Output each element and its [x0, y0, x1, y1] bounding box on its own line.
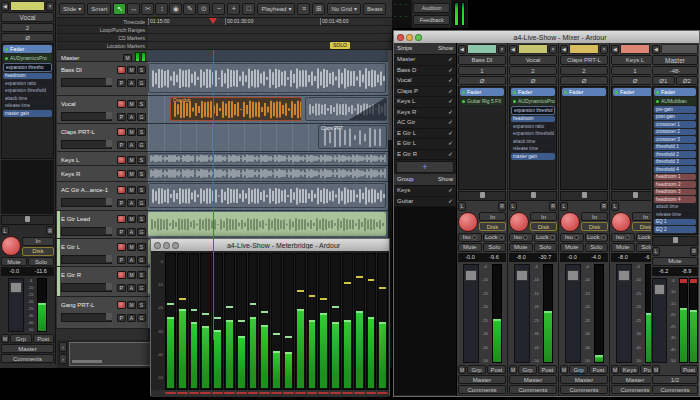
pan-slider[interactable]: [652, 236, 698, 246]
pan-thumb[interactable]: [673, 237, 678, 243]
input-monitor-button[interactable]: In: [581, 212, 608, 221]
solo-marker[interactable]: SOLO: [330, 42, 350, 49]
solo-button[interactable]: Solo: [534, 243, 558, 252]
close-icon[interactable]: ×: [600, 45, 608, 54]
canvas-lane-vocal[interactable]: Overdub: [148, 96, 388, 124]
plugin-param[interactable]: threshold 4: [654, 166, 696, 173]
audition-tool-button[interactable]: ◉: [169, 3, 182, 15]
gain-fader[interactable]: [565, 264, 581, 364]
marker-tool-button[interactable]: ≡: [297, 3, 310, 15]
phase-1-button[interactable]: Ø1: [652, 76, 675, 85]
plugin-param[interactable]: attack time: [511, 138, 555, 145]
comments-button[interactable]: Comments: [652, 385, 698, 394]
metering-point-button[interactable]: Post: [640, 365, 651, 374]
zoom-window-icon[interactable]: [172, 242, 179, 249]
mute-button[interactable]: Mute: [1, 257, 27, 266]
playlist-button[interactable]: P: [117, 141, 126, 149]
plugin-param[interactable]: master gain: [3, 110, 52, 117]
audio-region[interactable]: [305, 97, 387, 121]
record-enable-button[interactable]: [1, 236, 21, 256]
pan-left-button[interactable]: L: [560, 202, 568, 211]
mono-button[interactable]: M: [458, 365, 466, 374]
canvas-lane-keys-l[interactable]: [148, 152, 388, 166]
processor-fader[interactable]: Fader: [613, 88, 651, 96]
grab-tool-button[interactable]: ↖: [113, 3, 126, 15]
group-button[interactable]: G: [137, 79, 146, 87]
track-header-master[interactable]: MasterM: [57, 50, 148, 62]
processor-box[interactable]: Fader: [611, 86, 651, 190]
solo-isolate-button[interactable]: Iso: [560, 233, 584, 242]
plugin-param[interactable]: headroom: [3, 73, 52, 80]
feedback-button[interactable]: Feedback: [413, 15, 450, 25]
mixer-strip-vocal[interactable]: ◀×Vocal2ØFaderAUDynamicsProexpansion thr…: [508, 43, 559, 395]
fader-thumb[interactable]: [465, 270, 477, 281]
processor-plugin[interactable]: Guitar Rig 5 FX: [460, 97, 504, 105]
strip-name-button[interactable]: Bass DI: [458, 55, 506, 65]
hide-strip-button[interactable]: ◀: [509, 45, 517, 54]
mute-button[interactable]: Mute: [458, 243, 482, 252]
record-enable-button[interactable]: [509, 212, 529, 232]
strip-list-item-bass-d[interactable]: Bass D✓: [394, 66, 456, 77]
strip-name-button[interactable]: Keys L: [611, 55, 651, 65]
group-button[interactable]: Grp: [467, 365, 486, 374]
solo-button[interactable]: S: [137, 271, 146, 279]
plugin-param[interactable]: headroom: [511, 116, 555, 123]
playlist-button[interactable]: P: [117, 228, 126, 236]
ruler-row-timecode[interactable]: Timecode01:15:0000:01:30:0000:01:45:00: [57, 18, 392, 26]
audio-region[interactable]: Claps PRT: [318, 125, 387, 149]
record-enable-button[interactable]: [117, 156, 126, 164]
processor-fader[interactable]: Fader: [3, 45, 52, 53]
disk-monitor-button[interactable]: Disk: [479, 222, 506, 231]
pan-right-button[interactable]: R: [600, 202, 608, 211]
strip-list-item-master[interactable]: Master✓: [394, 55, 456, 66]
solo-lock-button[interactable]: Lock: [483, 233, 507, 242]
plugin-param[interactable]: release time: [511, 146, 555, 153]
mute-button[interactable]: M: [127, 271, 136, 279]
strip-visible-check[interactable]: ✓: [448, 118, 453, 128]
pan-slider[interactable]: [458, 191, 506, 201]
solo-button[interactable]: S: [137, 100, 146, 108]
track-gain-slider[interactable]: [61, 283, 112, 292]
automation-button[interactable]: A: [127, 113, 136, 121]
draw-tool-button[interactable]: ✎: [183, 3, 196, 15]
group-button[interactable]: G: [137, 228, 146, 236]
pan-thumb[interactable]: [582, 192, 587, 198]
group-list-item-keys[interactable]: Keys✓: [394, 186, 456, 197]
input-monitor-button[interactable]: In: [22, 237, 54, 246]
playhead-marker[interactable]: [209, 18, 217, 24]
comments-button[interactable]: Comments: [509, 385, 557, 394]
close-icon[interactable]: ×: [549, 45, 557, 54]
strip-visible-check[interactable]: ✓: [448, 97, 453, 107]
audition-button[interactable]: Audition: [413, 3, 450, 13]
plugin-param[interactable]: headroom 4: [654, 196, 696, 203]
automation-button[interactable]: A: [127, 199, 136, 207]
record-indicator[interactable]: [330, 392, 341, 394]
plugin-param[interactable]: expansion threshold: [3, 88, 52, 95]
disk-monitor-button[interactable]: Disk: [581, 222, 608, 231]
record-enable-button[interactable]: [117, 215, 126, 223]
group-button[interactable]: Keys: [620, 365, 639, 374]
audio-region[interactable]: [148, 183, 386, 208]
mute-button[interactable]: M: [127, 170, 136, 178]
mono-button[interactable]: M: [560, 365, 568, 374]
mute-button[interactable]: M: [127, 215, 136, 223]
mixer-strip-bass-di[interactable]: ◀×Bass DI1ØFaderGuitar Rig 5 FXLRInDiskI…: [457, 43, 508, 395]
solo-lock-button[interactable]: Lock: [636, 233, 652, 242]
group-button[interactable]: G: [137, 314, 146, 322]
canvas-lane-claps-prt-l[interactable]: Claps PRT: [148, 124, 388, 152]
plugin-param[interactable]: EQ 2: [654, 226, 696, 233]
plugin-param[interactable]: threshold 1: [654, 144, 696, 151]
record-indicator[interactable]: [318, 392, 329, 394]
strip-list-item-ac-gtr[interactable]: AC Gtr✓: [394, 118, 456, 129]
phase-2-button[interactable]: Ø2: [676, 76, 699, 85]
record-indicator[interactable]: [283, 392, 294, 394]
plugin-param[interactable]: master gain: [511, 153, 555, 160]
phase-button[interactable]: Ø: [1, 33, 54, 42]
track-gain-slider[interactable]: [61, 112, 112, 121]
plugin-param[interactable]: crossover 3: [654, 136, 696, 143]
strip-visible-check[interactable]: ✓: [448, 150, 453, 160]
plugin-param[interactable]: EQ 1: [654, 219, 696, 226]
plugin-param[interactable]: crossover 2: [654, 129, 696, 136]
automation-button[interactable]: A: [127, 79, 136, 87]
strip-visible-check[interactable]: ✓: [448, 139, 453, 149]
